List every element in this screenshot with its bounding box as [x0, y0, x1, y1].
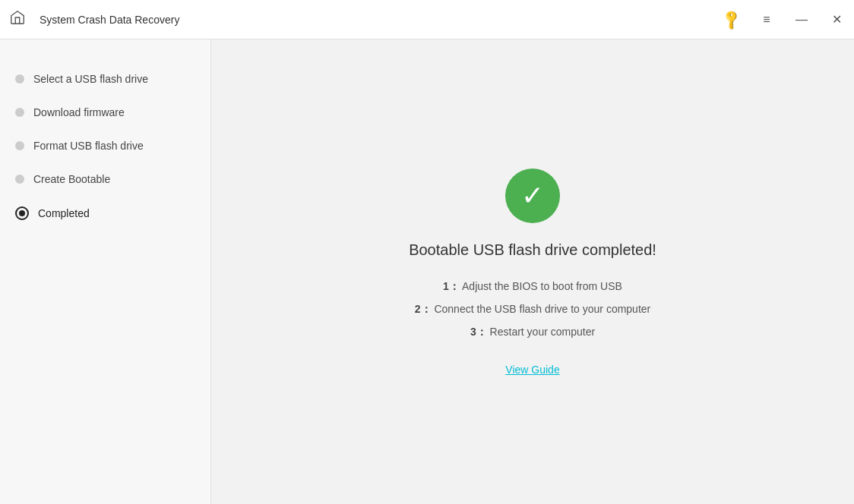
menu-button[interactable]: ≡ — [749, 0, 784, 39]
sidebar-item-download-firmware[interactable]: Download firmware — [0, 96, 210, 129]
step-1-text: Adjust the BIOS to boot from USB — [462, 280, 622, 292]
key-icon: 🔑 — [720, 8, 743, 31]
sidebar-item-create-bootable[interactable]: Create Bootable — [0, 162, 210, 196]
sidebar-item-select-usb[interactable]: Select a USB flash drive — [0, 62, 210, 96]
step-3-number: 3： — [470, 326, 487, 338]
menu-icon: ≡ — [763, 13, 770, 27]
sidebar-item-format-usb[interactable]: Format USB flash drive — [0, 129, 210, 162]
view-guide-button[interactable]: View Guide — [505, 364, 559, 376]
step-3-text: Restart your computer — [490, 326, 596, 338]
close-icon: ✕ — [832, 12, 842, 27]
sidebar-label-select-usb: Select a USB flash drive — [33, 73, 148, 85]
window-controls: 🔑 ≡ — ✕ — [714, 0, 854, 39]
minimize-icon: — — [795, 13, 808, 27]
sidebar-step-icon-format-usb — [15, 141, 24, 150]
app-title: System Crash Data Recovery — [40, 14, 179, 26]
sidebar-label-download-firmware: Download firmware — [33, 106, 125, 118]
minimize-button[interactable]: — — [784, 0, 819, 39]
sidebar-item-completed[interactable]: Completed — [0, 196, 210, 231]
completed-title: Bootable USB flash drive completed! — [409, 241, 656, 259]
close-button[interactable]: ✕ — [819, 0, 854, 39]
key-button[interactable]: 🔑 — [714, 0, 749, 39]
sidebar-step-icon-create-bootable — [15, 175, 24, 184]
sidebar-step-icon-download-firmware — [15, 108, 24, 117]
sidebar: Select a USB flash drive Download firmwa… — [0, 39, 211, 504]
main-layout: Select a USB flash drive Download firmwa… — [0, 39, 854, 504]
success-circle: ✓ — [505, 169, 560, 223]
sidebar-step-icon-select-usb — [15, 74, 24, 83]
home-icon[interactable] — [9, 9, 30, 30]
checkmark-icon: ✓ — [521, 182, 544, 209]
sidebar-label-format-usb: Format USB flash drive — [33, 140, 144, 152]
content-area: ✓ Bootable USB flash drive completed! 1：… — [211, 39, 854, 504]
steps-container: 1： Adjust the BIOS to boot from USB 2： C… — [415, 280, 651, 339]
sidebar-label-create-bootable: Create Bootable — [33, 173, 110, 185]
step-1-number: 1： — [443, 280, 460, 292]
step-2: 2： Connect the USB flash drive to your c… — [415, 303, 651, 317]
step-2-number: 2： — [415, 303, 432, 315]
step-3: 3： Restart your computer — [415, 326, 651, 339]
step-2-text: Connect the USB flash drive to your comp… — [434, 303, 650, 315]
sidebar-label-completed: Completed — [38, 207, 90, 219]
step-1: 1： Adjust the BIOS to boot from USB — [415, 280, 651, 294]
success-icon-container: ✓ — [505, 169, 560, 223]
sidebar-step-icon-completed — [15, 206, 29, 220]
title-bar: System Crash Data Recovery 🔑 ≡ — ✕ — [0, 0, 854, 39]
